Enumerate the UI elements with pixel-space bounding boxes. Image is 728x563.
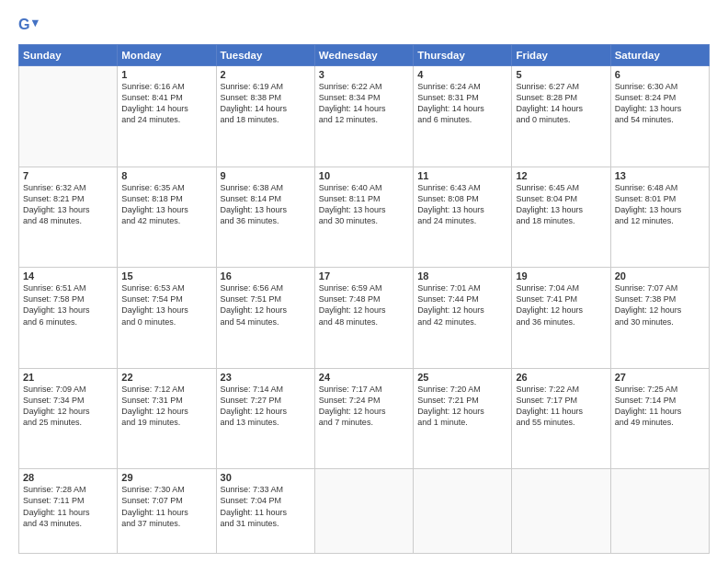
day-number: 16 (221, 270, 311, 282)
day-info: Sunrise: 6:19 AM Sunset: 8:38 PM Dayligh… (221, 81, 311, 126)
calendar-cell: 1Sunrise: 6:16 AM Sunset: 8:41 PM Daylig… (118, 66, 216, 167)
calendar-cell: 8Sunrise: 6:35 AM Sunset: 8:18 PM Daylig… (118, 167, 216, 268)
calendar-cell: 6Sunrise: 6:30 AM Sunset: 8:24 PM Daylig… (610, 66, 709, 167)
day-info: Sunrise: 6:53 AM Sunset: 7:54 PM Dayligh… (121, 282, 211, 327)
week-row-1: 1Sunrise: 6:16 AM Sunset: 8:41 PM Daylig… (19, 66, 710, 167)
day-number: 22 (121, 372, 211, 383)
calendar-cell: 5Sunrise: 6:27 AM Sunset: 8:28 PM Daylig… (512, 66, 610, 167)
calendar-cell: 21Sunrise: 7:09 AM Sunset: 7:34 PM Dayli… (19, 368, 118, 469)
day-info: Sunrise: 6:45 AM Sunset: 8:04 PM Dayligh… (516, 182, 606, 227)
calendar-cell: 22Sunrise: 7:12 AM Sunset: 7:31 PM Dayli… (118, 368, 216, 469)
calendar-cell: 12Sunrise: 6:45 AM Sunset: 8:04 PM Dayli… (512, 167, 610, 268)
day-info: Sunrise: 6:51 AM Sunset: 7:58 PM Dayligh… (23, 282, 113, 327)
day-info: Sunrise: 7:12 AM Sunset: 7:31 PM Dayligh… (121, 384, 211, 429)
day-info: Sunrise: 6:48 AM Sunset: 8:01 PM Dayligh… (615, 182, 705, 227)
day-header-monday: Monday (118, 45, 216, 66)
calendar-cell: 18Sunrise: 7:01 AM Sunset: 7:44 PM Dayli… (414, 268, 512, 369)
calendar-cell (512, 469, 610, 554)
day-number: 14 (23, 270, 113, 282)
day-info: Sunrise: 6:35 AM Sunset: 8:18 PM Dayligh… (121, 182, 211, 227)
day-info: Sunrise: 6:27 AM Sunset: 8:28 PM Dayligh… (516, 81, 606, 126)
calendar-cell: 27Sunrise: 7:25 AM Sunset: 7:14 PM Dayli… (610, 368, 709, 469)
day-number: 20 (615, 270, 705, 282)
logo: G (18, 15, 42, 35)
calendar-cell: 19Sunrise: 7:04 AM Sunset: 7:41 PM Dayli… (512, 268, 610, 369)
day-info: Sunrise: 6:22 AM Sunset: 8:34 PM Dayligh… (319, 81, 409, 126)
day-number: 23 (221, 372, 311, 383)
day-number: 17 (319, 270, 409, 282)
calendar-cell: 15Sunrise: 6:53 AM Sunset: 7:54 PM Dayli… (118, 268, 216, 369)
day-header-sunday: Sunday (19, 45, 118, 66)
calendar-cell: 20Sunrise: 7:07 AM Sunset: 7:38 PM Dayli… (610, 268, 709, 369)
day-info: Sunrise: 7:33 AM Sunset: 7:04 PM Dayligh… (221, 484, 311, 529)
day-number: 11 (417, 170, 507, 181)
day-number: 15 (121, 270, 211, 282)
calendar-cell: 10Sunrise: 6:40 AM Sunset: 8:11 PM Dayli… (314, 167, 413, 268)
day-number: 5 (516, 69, 606, 80)
day-number: 2 (221, 69, 311, 80)
day-info: Sunrise: 6:40 AM Sunset: 8:11 PM Dayligh… (319, 182, 409, 227)
day-number: 30 (221, 472, 311, 483)
calendar-cell (314, 469, 413, 554)
day-info: Sunrise: 7:07 AM Sunset: 7:38 PM Dayligh… (615, 282, 705, 327)
day-header-wednesday: Wednesday (314, 45, 413, 66)
calendar-cell: 26Sunrise: 7:22 AM Sunset: 7:17 PM Dayli… (512, 368, 610, 469)
week-row-4: 21Sunrise: 7:09 AM Sunset: 7:34 PM Dayli… (19, 368, 710, 469)
day-info: Sunrise: 6:32 AM Sunset: 8:21 PM Dayligh… (23, 182, 113, 227)
calendar-cell: 24Sunrise: 7:17 AM Sunset: 7:24 PM Dayli… (314, 368, 413, 469)
day-header-saturday: Saturday (610, 45, 709, 66)
day-info: Sunrise: 7:20 AM Sunset: 7:21 PM Dayligh… (417, 384, 507, 429)
day-number: 28 (23, 472, 113, 483)
svg-text:G: G (18, 16, 30, 32)
calendar-header-row: SundayMondayTuesdayWednesdayThursdayFrid… (19, 45, 710, 66)
page: G SundayMondayTuesdayWednesdayThursdayFr… (0, 0, 728, 563)
day-number: 13 (615, 170, 705, 181)
day-info: Sunrise: 6:24 AM Sunset: 8:31 PM Dayligh… (417, 81, 507, 126)
calendar-cell: 9Sunrise: 6:38 AM Sunset: 8:14 PM Daylig… (216, 167, 314, 268)
day-header-thursday: Thursday (414, 45, 512, 66)
week-row-2: 7Sunrise: 6:32 AM Sunset: 8:21 PM Daylig… (19, 167, 710, 268)
day-info: Sunrise: 7:17 AM Sunset: 7:24 PM Dayligh… (319, 384, 409, 429)
day-number: 12 (516, 170, 606, 181)
day-info: Sunrise: 6:43 AM Sunset: 8:08 PM Dayligh… (417, 182, 507, 227)
day-info: Sunrise: 6:16 AM Sunset: 8:41 PM Dayligh… (121, 81, 211, 126)
calendar-cell: 30Sunrise: 7:33 AM Sunset: 7:04 PM Dayli… (216, 469, 314, 554)
calendar-cell: 23Sunrise: 7:14 AM Sunset: 7:27 PM Dayli… (216, 368, 314, 469)
day-info: Sunrise: 7:09 AM Sunset: 7:34 PM Dayligh… (23, 384, 113, 429)
day-number: 4 (417, 69, 507, 80)
day-number: 10 (319, 170, 409, 181)
calendar-cell: 4Sunrise: 6:24 AM Sunset: 8:31 PM Daylig… (414, 66, 512, 167)
calendar-cell: 16Sunrise: 6:56 AM Sunset: 7:51 PM Dayli… (216, 268, 314, 369)
day-info: Sunrise: 7:04 AM Sunset: 7:41 PM Dayligh… (516, 282, 606, 327)
day-info: Sunrise: 7:01 AM Sunset: 7:44 PM Dayligh… (417, 282, 507, 327)
day-number: 24 (319, 372, 409, 383)
day-number: 7 (23, 170, 113, 181)
day-number: 1 (121, 69, 211, 80)
day-number: 18 (417, 270, 507, 282)
calendar-cell (414, 469, 512, 554)
calendar-cell: 14Sunrise: 6:51 AM Sunset: 7:58 PM Dayli… (19, 268, 118, 369)
day-info: Sunrise: 7:28 AM Sunset: 7:11 PM Dayligh… (23, 484, 113, 529)
day-info: Sunrise: 6:38 AM Sunset: 8:14 PM Dayligh… (221, 182, 311, 227)
day-number: 6 (615, 69, 705, 80)
calendar-cell: 17Sunrise: 6:59 AM Sunset: 7:48 PM Dayli… (314, 268, 413, 369)
calendar-cell (19, 66, 118, 167)
day-number: 8 (121, 170, 211, 181)
header: G (18, 15, 710, 35)
calendar-cell: 29Sunrise: 7:30 AM Sunset: 7:07 PM Dayli… (118, 469, 216, 554)
day-number: 27 (615, 372, 705, 383)
calendar-cell: 7Sunrise: 6:32 AM Sunset: 8:21 PM Daylig… (19, 167, 118, 268)
week-row-3: 14Sunrise: 6:51 AM Sunset: 7:58 PM Dayli… (19, 268, 710, 369)
day-info: Sunrise: 6:30 AM Sunset: 8:24 PM Dayligh… (615, 81, 705, 126)
day-info: Sunrise: 7:22 AM Sunset: 7:17 PM Dayligh… (516, 384, 606, 429)
calendar-cell: 2Sunrise: 6:19 AM Sunset: 8:38 PM Daylig… (216, 66, 314, 167)
day-number: 9 (221, 170, 311, 181)
logo-icon: G (18, 15, 39, 35)
calendar-table: SundayMondayTuesdayWednesdayThursdayFrid… (18, 44, 710, 554)
day-number: 3 (319, 69, 409, 80)
day-header-tuesday: Tuesday (216, 45, 314, 66)
day-info: Sunrise: 7:30 AM Sunset: 7:07 PM Dayligh… (121, 484, 211, 529)
day-info: Sunrise: 6:59 AM Sunset: 7:48 PM Dayligh… (319, 282, 409, 327)
day-number: 21 (23, 372, 113, 383)
day-number: 25 (417, 372, 507, 383)
